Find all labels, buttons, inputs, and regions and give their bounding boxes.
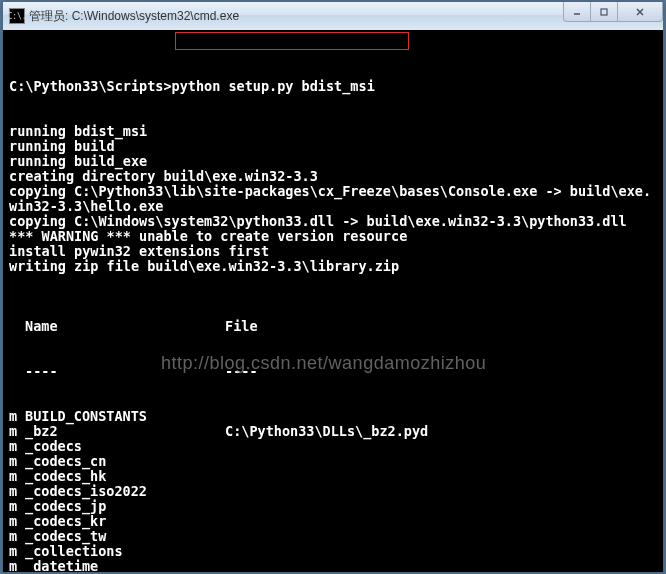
command-highlight	[175, 32, 409, 50]
table-row: m_codecs_iso2022	[9, 484, 657, 499]
row-file	[225, 514, 657, 529]
row-type: m	[9, 409, 25, 424]
output-line: *** WARNING *** unable to create version…	[9, 229, 657, 244]
typed-command: python setup.py bdist_msi	[172, 78, 375, 94]
row-name: _codecs_kr	[25, 514, 225, 529]
row-type: m	[9, 484, 25, 499]
row-name: _datetime	[25, 559, 225, 572]
row-type: m	[9, 529, 25, 544]
row-name: _collections	[25, 544, 225, 559]
prompt-line: C:\Python33\Scripts>python setup.py bdis…	[9, 79, 657, 94]
maximize-button[interactable]	[590, 2, 618, 22]
table-row: m_codecs_kr	[9, 514, 657, 529]
col-file: File	[225, 319, 657, 334]
row-name: _codecs_cn	[25, 454, 225, 469]
output-line: writing zip file build\exe.win32-3.3\lib…	[9, 259, 657, 274]
output-line: running build_exe	[9, 154, 657, 169]
prompt: C:\Python33\Scripts>	[9, 78, 172, 94]
row-file	[225, 544, 657, 559]
output-line: install pywin32 extensions first	[9, 244, 657, 259]
table-row: m_datetime	[9, 559, 657, 572]
row-file	[225, 484, 657, 499]
row-name: _codecs_jp	[25, 499, 225, 514]
output-line: running bdist_msi	[9, 124, 657, 139]
row-name: _bz2	[25, 424, 225, 439]
window-title: 管理员: C:\Windows\system32\cmd.exe	[29, 8, 564, 25]
output-line: creating directory build\exe.win32-3.3	[9, 169, 657, 184]
table-row: m_codecs	[9, 439, 657, 454]
console-area[interactable]: C:\Python33\Scripts>python setup.py bdis…	[3, 30, 663, 572]
row-file	[225, 439, 657, 454]
table-row: m_bz2C:\Python33\DLLs\_bz2.pyd	[9, 424, 657, 439]
output-line	[9, 274, 657, 289]
cmd-icon: C:\.	[9, 8, 25, 24]
row-type: m	[9, 514, 25, 529]
row-name: _codecs_tw	[25, 529, 225, 544]
table-row: m_collections	[9, 544, 657, 559]
table-row: m_codecs_cn	[9, 454, 657, 469]
row-file	[225, 499, 657, 514]
row-file	[225, 409, 657, 424]
window-controls	[564, 2, 663, 22]
table-header: NameFile	[9, 319, 657, 334]
row-name: _codecs_hk	[25, 469, 225, 484]
titlebar[interactable]: C:\. 管理员: C:\Windows\system32\cmd.exe	[3, 2, 663, 30]
col-name: Name	[25, 319, 225, 334]
row-file	[225, 559, 657, 572]
output-line: copying C:\Python33\lib\site-packages\cx…	[9, 184, 657, 214]
row-name: _codecs	[25, 439, 225, 454]
row-type: m	[9, 499, 25, 514]
row-type: m	[9, 439, 25, 454]
close-button[interactable]	[617, 2, 663, 22]
table-divider: --------	[9, 364, 657, 379]
row-type: m	[9, 544, 25, 559]
row-type: m	[9, 424, 25, 439]
row-file	[225, 454, 657, 469]
output-line: running build	[9, 139, 657, 154]
row-type: m	[9, 559, 25, 572]
table-row: m_codecs_jp	[9, 499, 657, 514]
table-row: mBUILD_CONSTANTS	[9, 409, 657, 424]
table-row: m_codecs_tw	[9, 529, 657, 544]
row-name: _codecs_iso2022	[25, 484, 225, 499]
row-name: BUILD_CONSTANTS	[25, 409, 225, 424]
output-line: copying C:\Windows\system32\python33.dll…	[9, 214, 657, 229]
svg-rect-1	[601, 9, 607, 15]
cmd-window: C:\. 管理员: C:\Windows\system32\cmd.exe C:…	[2, 1, 664, 573]
row-file	[225, 529, 657, 544]
row-file: C:\Python33\DLLs\_bz2.pyd	[225, 424, 657, 439]
row-file	[225, 469, 657, 484]
minimize-button[interactable]	[563, 2, 591, 22]
row-type: m	[9, 469, 25, 484]
row-type: m	[9, 454, 25, 469]
table-row: m_codecs_hk	[9, 469, 657, 484]
